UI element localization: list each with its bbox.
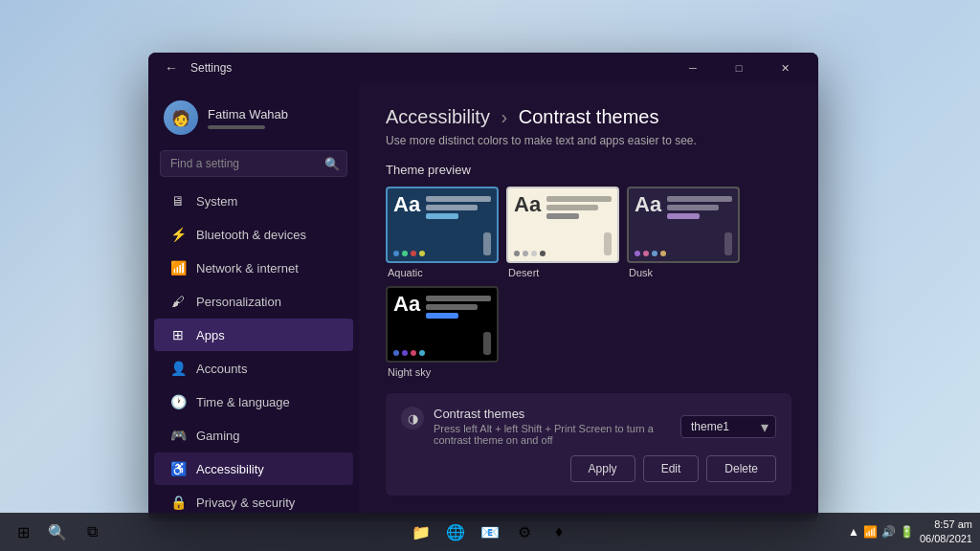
theme-preview-dusk: Aa — [627, 187, 740, 263]
theme-card-nightsky[interactable]: Aa — [386, 286, 499, 378]
contrast-actions: Apply Edit Delete — [401, 455, 776, 482]
sidebar-item-label: Accounts — [196, 362, 247, 376]
theme-preview-nightsky: Aa — [386, 286, 499, 363]
taskbar-center: 📁 🌐 📧 ⚙ ♦ — [406, 517, 574, 547]
theme-preview-label: Theme preview — [386, 163, 791, 177]
network-status-icon: 📶 — [863, 525, 878, 539]
theme-card-desert[interactable]: Aa — [506, 187, 619, 278]
desktop: ← Settings ─ □ ✕ 🧑 Fatima Wahab — [0, 0, 980, 551]
time-icon: 🕐 — [169, 393, 187, 410]
contrast-icon: ◑ — [401, 407, 424, 430]
taskbar-icon-edge[interactable]: 🌐 — [440, 517, 471, 547]
titlebar: ← Settings ─ □ ✕ — [148, 53, 818, 83]
theme-name-aquatic: Aquatic — [386, 267, 499, 278]
arrow-up-icon[interactable]: ▲ — [848, 525, 859, 539]
contrast-panel-title: Contrast themes — [434, 407, 680, 421]
theme-name-dusk: Dusk — [627, 267, 740, 278]
taskbar-icon-mail[interactable]: 📧 — [475, 517, 505, 547]
settings-window: ← Settings ─ □ ✕ 🧑 Fatima Wahab — [148, 53, 818, 521]
contrast-panel-header: ◑ Contrast themes Press left Alt + left … — [401, 407, 776, 446]
theme-grid: Aa — [386, 187, 791, 378]
search-icon: 🔍 — [324, 157, 340, 171]
taskbar-clock[interactable]: 8:57 am 06/08/2021 — [920, 518, 972, 547]
taskbar-left: ⊞ 🔍 ⧉ — [8, 517, 107, 547]
delete-button[interactable]: Delete — [706, 455, 776, 482]
bluetooth-icon: ⚡ — [169, 226, 187, 243]
user-section[interactable]: 🧑 Fatima Wahab — [148, 93, 359, 146]
sidebar-item-system[interactable]: 🖥 System — [154, 185, 353, 217]
sidebar-item-accounts[interactable]: 👤 Accounts — [154, 352, 353, 385]
contrast-panel-subtitle: Press left Alt + left Shift + Print Scre… — [434, 423, 680, 446]
system-icon: 🖥 — [169, 192, 187, 209]
personalization-icon: 🖌 — [169, 293, 187, 310]
contrast-panel: ◑ Contrast themes Press left Alt + left … — [386, 393, 791, 496]
theme-name-nightsky: Night sky — [386, 366, 499, 378]
theme-card-dusk[interactable]: Aa — [627, 187, 740, 278]
window-controls: ─ □ ✕ — [671, 53, 807, 83]
minimize-button[interactable]: ─ — [671, 53, 715, 83]
sidebar-item-accessibility[interactable]: ♿ Accessibility — [154, 452, 353, 485]
theme-dropdown-wrap: theme1 None Aquatic Desert Dusk Night sk… — [680, 415, 776, 438]
start-button[interactable]: ⊞ — [8, 517, 38, 547]
breadcrumb: Accessibility › Contrast themes — [386, 106, 791, 128]
user-subtitle-bar — [208, 125, 265, 129]
sidebar-item-label: Accessibility — [196, 462, 264, 476]
back-button[interactable]: ← — [160, 56, 183, 79]
battery-icon: 🔋 — [900, 525, 914, 539]
sidebar-item-bluetooth[interactable]: ⚡ Bluetooth & devices — [154, 218, 353, 251]
sidebar-item-label: Personalization — [196, 295, 281, 309]
breadcrumb-current: Contrast themes — [519, 106, 659, 127]
maximize-button[interactable]: □ — [717, 53, 761, 83]
theme-name-desert: Desert — [506, 267, 619, 278]
taskbar-icon-file[interactable]: 📁 — [406, 517, 436, 547]
accounts-icon: 👤 — [169, 360, 187, 377]
page-subtitle: Use more distinct colors to make text an… — [386, 134, 791, 147]
sidebar-item-apps[interactable]: ⊞ Apps — [154, 319, 353, 351]
sidebar-item-gaming[interactable]: 🎮 Gaming — [154, 419, 353, 452]
breadcrumb-parent: Accessibility — [386, 106, 490, 127]
sidebar-item-label: Time & language — [196, 395, 290, 409]
edit-button[interactable]: Edit — [643, 455, 700, 482]
accessibility-icon: ♿ — [169, 460, 187, 477]
sidebar-item-label: Gaming — [196, 429, 240, 443]
apps-icon: ⊞ — [169, 326, 187, 343]
privacy-icon: 🔒 — [169, 494, 187, 511]
sidebar-item-network[interactable]: 📶 Network & internet — [154, 252, 353, 284]
time-display: 8:57 am — [920, 518, 972, 532]
gaming-icon: 🎮 — [169, 427, 187, 444]
sidebar-item-label: Bluetooth & devices — [196, 228, 306, 242]
window-body: 🧑 Fatima Wahab 🔍 🖥 System — [148, 83, 818, 521]
sidebar-item-label: Network & internet — [196, 261, 299, 276]
avatar: 🧑 — [164, 100, 198, 135]
sidebar-item-label: Privacy & security — [196, 496, 295, 510]
speaker-icon[interactable]: 🔊 — [881, 525, 896, 539]
search-taskbar-button[interactable]: 🔍 — [42, 517, 73, 547]
main-content: Accessibility › Contrast themes Use more… — [359, 83, 818, 521]
page-header: Accessibility › Contrast themes Use more… — [386, 106, 791, 147]
network-icon: 📶 — [169, 259, 187, 276]
theme-preview-desert: Aa — [506, 187, 619, 263]
theme-dropdown[interactable]: theme1 None Aquatic Desert Dusk Night sk… — [680, 415, 776, 438]
sidebar-item-label: System — [196, 194, 237, 209]
sys-icons: ▲ 📶 🔊 🔋 — [848, 525, 914, 539]
taskbar-icon-store[interactable]: ♦ — [544, 517, 574, 547]
search-box: 🔍 — [160, 150, 347, 177]
sidebar-item-personalization[interactable]: 🖌 Personalization — [154, 285, 353, 318]
taskbar-right: ▲ 📶 🔊 🔋 8:57 am 06/08/2021 — [848, 518, 972, 547]
nav-list: 🖥 System ⚡ Bluetooth & devices 📶 Network… — [148, 185, 359, 521]
close-button[interactable]: ✕ — [763, 53, 807, 83]
user-name: Fatima Wahab — [208, 107, 288, 121]
search-input[interactable] — [160, 150, 347, 177]
window-title: Settings — [190, 61, 671, 75]
theme-card-aquatic[interactable]: Aa — [386, 187, 499, 278]
sidebar: 🧑 Fatima Wahab 🔍 🖥 System — [148, 83, 359, 521]
apply-button[interactable]: Apply — [570, 455, 635, 482]
theme-preview-aquatic: Aa — [386, 187, 499, 263]
taskbar-icon-settings[interactable]: ⚙ — [509, 517, 540, 547]
sidebar-item-time[interactable]: 🕐 Time & language — [154, 386, 353, 418]
taskbar: ⊞ 🔍 ⧉ 📁 🌐 📧 ⚙ ♦ ▲ 📶 🔊 🔋 8:57 am 06/08/20… — [0, 513, 980, 551]
taskview-button[interactable]: ⧉ — [77, 517, 107, 547]
sidebar-item-label: Apps — [196, 328, 225, 342]
date-display: 06/08/2021 — [920, 532, 972, 546]
